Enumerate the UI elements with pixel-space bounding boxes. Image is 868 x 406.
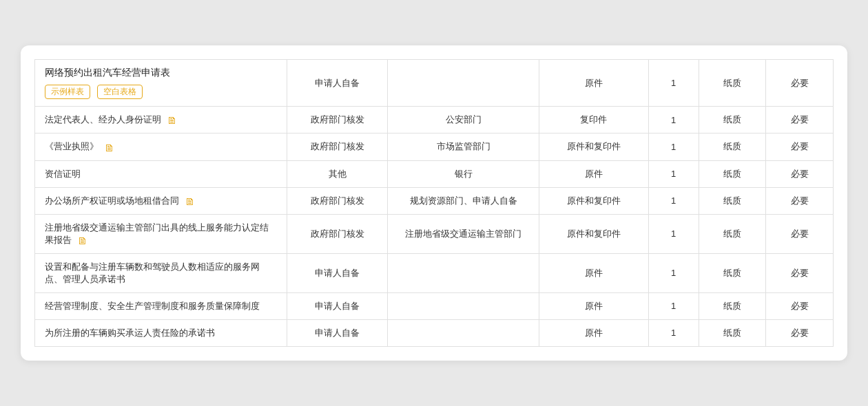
row-doctype: 原件和复印件: [539, 133, 648, 160]
row-name: 经营管理制度、安全生产管理制度和服务质量保障制度: [35, 292, 287, 319]
table-row: 《营业执照》 🗎 政府部门核发 市场监管部门 原件和复印件 1 纸质 必要: [35, 133, 834, 160]
row-name: 法定代表人、经办人身份证明 🗎: [35, 107, 287, 133]
row-form: 纸质: [699, 292, 766, 319]
badges-container: 示例样表 空白表格: [45, 85, 277, 99]
row-org: 公安部门: [388, 107, 539, 133]
row-org: [388, 253, 539, 292]
row-from: 政府部门核发: [287, 133, 388, 160]
row-doctype: 复印件: [539, 107, 648, 133]
row-org: 规划资源部门、申请人自备: [388, 187, 539, 214]
row-required: 必要: [766, 133, 834, 160]
row-org: [388, 319, 539, 346]
row-org: 市场监管部门: [388, 133, 539, 160]
row-from: 政府部门核发: [287, 107, 388, 133]
row-org: [388, 292, 539, 319]
doc-icon[interactable]: 🗎: [185, 195, 195, 207]
row-from: 申请人自备: [287, 60, 388, 107]
row-org: [388, 60, 539, 107]
row-name: 为所注册的车辆购买承运人责任险的承诺书: [35, 319, 287, 346]
row-doctype: 原件: [539, 319, 648, 346]
row-name: 注册地省级交通运输主管部门出具的线上服务能力认定结果报告 🗎: [35, 214, 287, 253]
table-row: 资信证明 其他 银行 原件 1 纸质 必要: [35, 160, 834, 187]
doc-icon[interactable]: 🗎: [77, 235, 87, 246]
row-doctype: 原件和复印件: [539, 214, 648, 253]
row-from: 政府部门核发: [287, 187, 388, 214]
row-doctype: 原件: [539, 160, 648, 187]
row-from: 其他: [287, 160, 388, 187]
row-doctype: 原件和复印件: [539, 187, 648, 214]
row-count: 1: [648, 60, 699, 107]
row-count: 1: [648, 253, 699, 292]
form-title: 网络预约出租汽车经营申请表: [45, 67, 277, 79]
row-org: 银行: [388, 160, 539, 187]
row-name: 《营业执照》 🗎: [35, 133, 287, 160]
row-required: 必要: [766, 319, 834, 346]
row-from: 申请人自备: [287, 292, 388, 319]
badge-sample[interactable]: 示例样表: [45, 85, 90, 99]
row-required: 必要: [766, 253, 834, 292]
row-org: 注册地省级交通运输主管部门: [388, 214, 539, 253]
row-count: 1: [648, 319, 699, 346]
row-name: 办公场所产权证明或场地租借合同 🗎: [35, 187, 287, 214]
row-count: 1: [648, 107, 699, 133]
row-name: 设置和配备与注册车辆数和驾驶员人数相适应的服务网点、管理人员承诺书: [35, 253, 287, 292]
row-required: 必要: [766, 107, 834, 133]
table-row-title: 网络预约出租汽车经营申请表 示例样表 空白表格 申请人自备 原件 1 纸质 必要: [35, 60, 834, 107]
row-doctype: 原件: [539, 60, 648, 107]
row-form: 纸质: [699, 107, 766, 133]
row-from: 政府部门核发: [287, 214, 388, 253]
row-count: 1: [648, 214, 699, 253]
row-form: 纸质: [699, 187, 766, 214]
row-required: 必要: [766, 60, 834, 107]
table-row: 为所注册的车辆购买承运人责任险的承诺书 申请人自备 原件 1 纸质 必要: [35, 319, 834, 346]
row-form: 纸质: [699, 133, 766, 160]
row-required: 必要: [766, 292, 834, 319]
row-doctype: 原件: [539, 292, 648, 319]
row-from: 申请人自备: [287, 253, 388, 292]
row-form: 纸质: [699, 160, 766, 187]
row-form: 纸质: [699, 319, 766, 346]
doc-icon[interactable]: 🗎: [167, 114, 177, 126]
row-count: 1: [648, 133, 699, 160]
row-required: 必要: [766, 214, 834, 253]
row-form: 纸质: [699, 214, 766, 253]
row-count: 1: [648, 187, 699, 214]
row-form: 纸质: [699, 60, 766, 107]
row-from: 申请人自备: [287, 319, 388, 346]
row-count: 1: [648, 160, 699, 187]
doc-icon[interactable]: 🗎: [104, 142, 114, 153]
main-card: 网络预约出租汽车经营申请表 示例样表 空白表格 申请人自备 原件 1 纸质 必要…: [21, 45, 847, 360]
table-row: 设置和配备与注册车辆数和驾驶员人数相适应的服务网点、管理人员承诺书 申请人自备 …: [35, 253, 834, 292]
materials-table: 网络预约出租汽车经营申请表 示例样表 空白表格 申请人自备 原件 1 纸质 必要…: [34, 59, 834, 346]
table-row: 办公场所产权证明或场地租借合同 🗎 政府部门核发 规划资源部门、申请人自备 原件…: [35, 187, 834, 214]
badge-blank[interactable]: 空白表格: [97, 85, 143, 99]
table-row: 法定代表人、经办人身份证明 🗎 政府部门核发 公安部门 复印件 1 纸质 必要: [35, 107, 834, 133]
table-row: 注册地省级交通运输主管部门出具的线上服务能力认定结果报告 🗎 政府部门核发 注册…: [35, 214, 834, 253]
row-required: 必要: [766, 187, 834, 214]
row-required: 必要: [766, 160, 834, 187]
row-form: 纸质: [699, 253, 766, 292]
row-doctype: 原件: [539, 253, 648, 292]
table-row: 经营管理制度、安全生产管理制度和服务质量保障制度 申请人自备 原件 1 纸质 必…: [35, 292, 834, 319]
row-count: 1: [648, 292, 699, 319]
row-name: 资信证明: [35, 160, 287, 187]
